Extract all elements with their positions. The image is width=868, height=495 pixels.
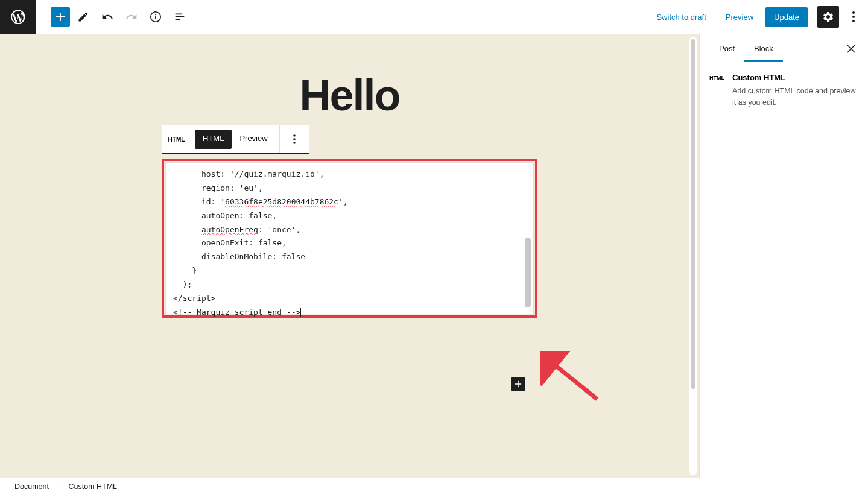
- outline-button[interactable]: [169, 6, 191, 28]
- html-tab[interactable]: HTML: [195, 130, 232, 149]
- block-info-text: Custom HTML Add custom HTML code and pre…: [732, 73, 858, 109]
- svg-line-10: [551, 362, 597, 399]
- close-sidebar-button[interactable]: [844, 42, 858, 56]
- canvas-scrollbar[interactable]: [689, 37, 697, 475]
- top-toolbar: Switch to draft Preview Update: [0, 0, 868, 34]
- undo-button[interactable]: [97, 6, 118, 28]
- code-block-wrapper: host: '//quiz.marquiz.io', region: 'eu',…: [162, 159, 537, 318]
- undo-icon: [101, 11, 113, 23]
- svg-point-4: [852, 16, 855, 18]
- add-block-inline-button[interactable]: [511, 377, 525, 391]
- breadcrumb: Document → Custom HTML: [0, 478, 868, 495]
- custom-html-block[interactable]: host: '//quiz.marquiz.io', region: 'eu',…: [165, 162, 534, 314]
- close-icon: [847, 45, 855, 53]
- plus-icon: [513, 379, 524, 389]
- switch-to-draft-button[interactable]: Switch to draft: [649, 8, 713, 27]
- block-toolbar: HTML HTML Preview: [162, 125, 309, 154]
- gear-icon: [822, 11, 834, 23]
- preview-tab[interactable]: Preview: [232, 130, 275, 149]
- breadcrumb-current[interactable]: Custom HTML: [68, 482, 117, 491]
- svg-point-8: [293, 142, 296, 144]
- chevron-right-icon: →: [55, 482, 63, 491]
- canvas-scroll-thumb[interactable]: [691, 39, 695, 389]
- preview-button[interactable]: Preview: [718, 8, 761, 27]
- edit-mode-button[interactable]: [72, 6, 94, 28]
- wordpress-icon: [10, 8, 27, 25]
- block-info-panel: HTML Custom HTML Add custom HTML code an…: [700, 63, 868, 118]
- block-info-description: Add custom HTML code and preview it as y…: [732, 86, 858, 109]
- more-vertical-icon: [293, 134, 296, 144]
- svg-point-6: [293, 134, 296, 137]
- block-info-icon: HTML: [709, 73, 724, 109]
- more-vertical-icon: [852, 11, 855, 22]
- list-icon: [173, 10, 186, 24]
- svg-point-2: [155, 14, 156, 15]
- info-icon: [149, 10, 162, 24]
- sidebar-tabs: Post Block: [700, 34, 868, 63]
- code-scroll-thumb[interactable]: [525, 238, 531, 307]
- settings-sidebar: Post Block HTML Custom HTML Add custom H…: [699, 34, 868, 478]
- toolbar-left: [0, 0, 191, 34]
- svg-point-5: [852, 20, 855, 22]
- code-textarea[interactable]: host: '//quiz.marquiz.io', region: 'eu',…: [166, 163, 533, 324]
- svg-point-3: [852, 11, 855, 14]
- info-button[interactable]: [145, 6, 166, 28]
- svg-point-7: [293, 138, 296, 140]
- block-more-button[interactable]: [280, 125, 309, 153]
- more-options-button[interactable]: [846, 6, 861, 28]
- update-button[interactable]: Update: [765, 7, 808, 27]
- block-type-button[interactable]: HTML: [162, 125, 191, 153]
- breadcrumb-root[interactable]: Document: [14, 482, 49, 491]
- page-title[interactable]: Hello: [0, 71, 699, 120]
- redo-button[interactable]: [121, 6, 142, 28]
- redo-icon: [125, 11, 138, 23]
- toolbar-right: Switch to draft Preview Update: [649, 6, 868, 28]
- block-tab[interactable]: Block: [744, 36, 783, 62]
- post-tab[interactable]: Post: [709, 36, 744, 62]
- html-type-label: HTML: [168, 136, 185, 143]
- highlight-box: host: '//quiz.marquiz.io', region: 'eu',…: [162, 159, 537, 318]
- pencil-icon: [77, 11, 89, 23]
- editor-canvas[interactable]: Hello HTML HTML Preview host: '//quiz.ma…: [0, 34, 699, 478]
- code-scrollbar[interactable]: [524, 165, 532, 311]
- html-preview-toggle: HTML Preview: [191, 125, 280, 153]
- plus-icon: [53, 10, 68, 24]
- annotation-arrow: [540, 351, 600, 405]
- settings-button[interactable]: [817, 6, 839, 28]
- block-info-title: Custom HTML: [732, 73, 858, 82]
- wordpress-logo[interactable]: [0, 0, 36, 34]
- add-block-button[interactable]: [51, 7, 70, 27]
- main-area: Hello HTML HTML Preview host: '//quiz.ma…: [0, 34, 868, 478]
